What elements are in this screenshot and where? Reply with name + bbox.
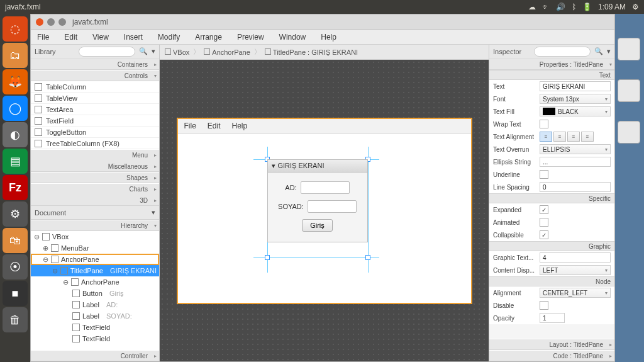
- menu-file[interactable]: File: [37, 33, 49, 42]
- launcher-files[interactable]: 🗂: [3, 43, 28, 68]
- inspector-code-head[interactable]: Code : TitledPane: [489, 350, 614, 361]
- library-section-misc[interactable]: Miscellaneous: [31, 161, 159, 172]
- library-search-input[interactable]: [79, 47, 135, 57]
- inspector-properties-head[interactable]: Properties : TitledPane: [489, 59, 614, 70]
- document-section-controller[interactable]: Controller: [31, 350, 159, 361]
- prop-text-input[interactable]: GIRIŞ EKRANI: [540, 81, 611, 91]
- button-giris[interactable]: Giriş: [302, 219, 333, 232]
- prop-wraptext-checkbox[interactable]: [540, 120, 548, 128]
- tree-node-button[interactable]: Button Giriş: [31, 288, 159, 299]
- launcher-chromium[interactable]: ◯: [3, 96, 28, 121]
- library-search-icon[interactable]: 🔍: [139, 47, 148, 55]
- launcher-filezilla[interactable]: Fz: [3, 175, 28, 200]
- window-titlebar[interactable]: javafx.fxml: [31, 14, 614, 30]
- library-menu-icon[interactable]: ▾: [152, 47, 155, 55]
- prop-opacity-input[interactable]: 1: [540, 313, 565, 323]
- launcher-dash[interactable]: ◌: [3, 16, 28, 42]
- preview-menu-file[interactable]: File: [184, 122, 196, 130]
- battery-icon[interactable]: 🔋: [582, 3, 592, 11]
- prop-alignment-combo[interactable]: CENTER_LEFT: [540, 288, 611, 298]
- library-item-textfield[interactable]: TextField: [31, 115, 159, 127]
- library-item-textarea[interactable]: TextArea: [31, 104, 159, 115]
- menu-help[interactable]: Help: [321, 33, 336, 42]
- menu-preview[interactable]: Preview: [237, 33, 264, 42]
- desktop-file-2[interactable]: [618, 79, 640, 102]
- align-center-button[interactable]: ≡: [553, 132, 566, 142]
- library-item-togglebutton[interactable]: ToggleButton: [31, 127, 159, 138]
- desktop-file-1[interactable]: [618, 38, 640, 60]
- prop-contentdisplay-combo[interactable]: LEFT: [540, 265, 611, 275]
- menu-view[interactable]: View: [92, 33, 109, 42]
- inspector-layout-head[interactable]: Layout : TitledPane: [489, 339, 614, 350]
- cloud-icon[interactable]: ☁: [528, 3, 536, 11]
- library-item-tableview[interactable]: TableView: [31, 93, 159, 104]
- window-minimize-button[interactable]: [47, 18, 55, 26]
- system-tray[interactable]: ☁ ᯤ 🔊 ᛒ 🔋 1:09 AM ⚙: [528, 3, 639, 11]
- tree-node-label-ad[interactable]: Label AD:: [31, 299, 159, 310]
- library-section-shapes[interactable]: Shapes: [31, 172, 159, 183]
- inspector-menu-icon[interactable]: ▾: [607, 47, 611, 55]
- library-item-treetablecolumn[interactable]: TreeTableColumn (FX8): [31, 138, 159, 149]
- menu-edit[interactable]: Edit: [64, 33, 77, 42]
- design-canvas[interactable]: File Edit Help: [160, 60, 489, 361]
- library-section-controls[interactable]: Controls: [31, 70, 159, 81]
- library-section-3d[interactable]: 3D: [31, 195, 159, 206]
- prop-graphictextgap-input[interactable]: 4: [540, 252, 611, 263]
- preview-menu-edit[interactable]: Edit: [208, 122, 221, 130]
- preview-root[interactable]: File Edit Help: [177, 118, 472, 304]
- prop-disable-checkbox[interactable]: [540, 301, 548, 310]
- launcher-software[interactable]: 🛍: [3, 228, 28, 253]
- launcher-settings[interactable]: ⚙: [3, 201, 28, 227]
- preview-anchorpane[interactable]: ▾ GIRIŞ EKRANI AD: SOYAD:: [178, 134, 471, 303]
- launcher-libreoffice[interactable]: ▤: [3, 149, 28, 174]
- align-justify-button[interactable]: ≡: [581, 132, 594, 142]
- breadcrumb-item-2[interactable]: AnchorPane: [204, 48, 250, 56]
- prop-ellipsis-input[interactable]: ...: [540, 157, 611, 167]
- bluetooth-icon[interactable]: ᛒ: [572, 3, 576, 11]
- prop-textfill-combo[interactable]: BLACK: [540, 106, 611, 116]
- preview-menu-help[interactable]: Help: [232, 122, 248, 130]
- launcher-terminal[interactable]: ■: [3, 281, 28, 306]
- library-section-containers[interactable]: Containers: [31, 59, 159, 70]
- menu-modify[interactable]: Modify: [158, 33, 180, 42]
- settings-gear-icon[interactable]: ⚙: [632, 3, 639, 11]
- tree-node-titledpane[interactable]: ⊖TitledPane GIRIŞ EKRANI: [31, 265, 159, 276]
- document-menu-icon[interactable]: ▾: [152, 208, 155, 217]
- inspector-search-icon[interactable]: 🔍: [594, 47, 603, 55]
- volume-icon[interactable]: 🔊: [556, 3, 565, 11]
- clock[interactable]: 1:09 AM: [598, 3, 626, 11]
- library-section-menu[interactable]: Menu: [31, 149, 159, 161]
- menu-window[interactable]: Window: [279, 33, 306, 42]
- launcher-tool[interactable]: ⦿: [3, 254, 28, 280]
- tree-node-textfield-2[interactable]: TextField: [31, 333, 159, 344]
- prop-expanded-checkbox[interactable]: ✓: [540, 205, 548, 214]
- wifi-icon[interactable]: ᯤ: [542, 3, 550, 11]
- prop-animated-checkbox[interactable]: [540, 218, 548, 227]
- align-right-button[interactable]: ≡: [567, 132, 580, 142]
- align-left-button[interactable]: ≡: [540, 132, 552, 142]
- document-section-hierarchy[interactable]: Hierarchy: [31, 220, 159, 231]
- titledpane-header[interactable]: ▾ GIRIŞ EKRANI: [268, 160, 367, 173]
- launcher-app[interactable]: ◐: [3, 122, 28, 147]
- prop-underline-checkbox[interactable]: [540, 170, 548, 179]
- inspector-search-input[interactable]: [534, 47, 591, 57]
- prop-font-combo[interactable]: System 13px: [540, 94, 611, 104]
- window-maximize-button[interactable]: [58, 18, 66, 26]
- breadcrumb-item-3[interactable]: TitledPane : GIRIŞ EKRANI: [265, 48, 358, 56]
- breadcrumb-item-1[interactable]: VBox: [165, 48, 189, 56]
- library-section-charts[interactable]: Charts: [31, 183, 159, 195]
- input-soyad[interactable]: [308, 200, 357, 213]
- menu-insert[interactable]: Insert: [124, 33, 143, 42]
- library-item-tablecolumn[interactable]: TableColumn: [31, 81, 159, 93]
- prop-collapsible-checkbox[interactable]: ✓: [540, 230, 548, 239]
- tree-node-label-soyad[interactable]: Label SOYAD:: [31, 310, 159, 322]
- menu-arrange[interactable]: Arrange: [195, 33, 222, 42]
- tree-node-textfield-1[interactable]: TextField: [31, 322, 159, 333]
- launcher-firefox[interactable]: 🦊: [3, 69, 28, 94]
- prop-linespacing-input[interactable]: 0: [540, 182, 611, 192]
- preview-titledpane[interactable]: ▾ GIRIŞ EKRANI AD: SOYAD:: [267, 159, 368, 242]
- tree-node-vbox[interactable]: ⊖VBox: [31, 231, 159, 242]
- launcher-trash[interactable]: 🗑: [3, 307, 28, 332]
- window-close-button[interactable]: [36, 18, 43, 26]
- prop-overrun-combo[interactable]: ELLIPSIS: [540, 144, 611, 154]
